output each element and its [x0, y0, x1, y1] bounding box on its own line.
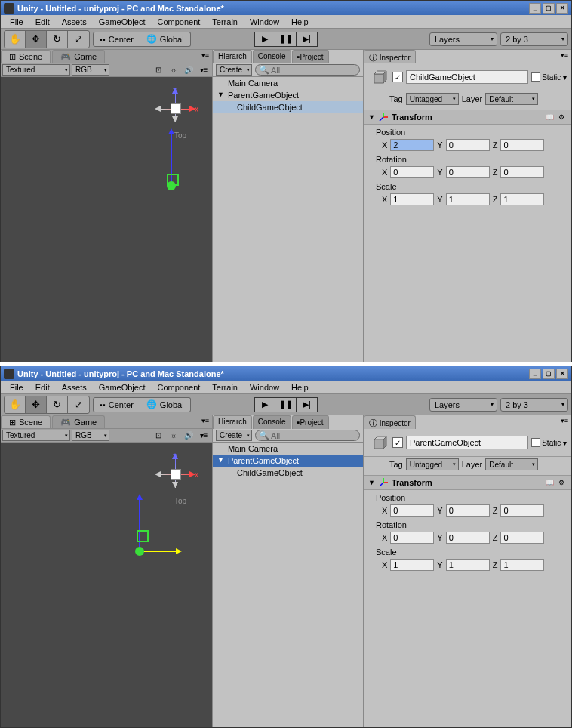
render-mode-dropdown[interactable]: RGB [72, 64, 109, 76]
tab-game[interactable]: 🎮 Game [52, 415, 105, 428]
position-y-input[interactable] [446, 139, 490, 151]
component-toggle-icon[interactable]: ▼ [368, 479, 375, 486]
rotation-x-input[interactable] [390, 166, 434, 178]
gear-icon[interactable]: ⚙ [556, 112, 567, 122]
close-button[interactable]: ✕ [556, 369, 568, 379]
audio-icon[interactable]: 🔊 [182, 430, 195, 441]
layers-dropdown[interactable]: Layers [429, 398, 497, 412]
draw-mode-dropdown[interactable]: Textured [2, 430, 70, 441]
tab-inspector[interactable]: ⓘ Inspector [364, 50, 416, 63]
hierarchy-item[interactable]: ChildGameObject [213, 467, 363, 479]
x-axis-arrow[interactable] [140, 551, 177, 552]
position-x-input[interactable] [390, 139, 434, 151]
menu-file[interactable]: File [4, 381, 29, 393]
rotation-x-input[interactable] [390, 532, 434, 544]
light-icon[interactable]: ☼ [167, 430, 180, 441]
active-checkbox[interactable]: ✓ [392, 72, 403, 82]
hierarchy-item[interactable]: ChildGameObject [213, 101, 363, 113]
menu-gameobject[interactable]: GameObject [93, 16, 152, 28]
maximize-button[interactable]: ▢ [543, 369, 555, 379]
pause-button[interactable]: ❚❚ [275, 32, 297, 47]
render-mode-dropdown[interactable]: RGB [72, 430, 109, 441]
tab-scene[interactable]: ⊞ Scene [1, 415, 51, 428]
scale-y-input[interactable] [446, 559, 490, 571]
tab-console[interactable]: Console [253, 415, 291, 429]
menu-component[interactable]: Component [151, 16, 206, 28]
move-handle[interactable] [167, 181, 176, 190]
position-z-input[interactable] [500, 139, 544, 151]
menu-edit[interactable]: Edit [29, 16, 56, 28]
tab-scene[interactable]: ⊞ Scene [1, 50, 51, 63]
play-button[interactable]: ▶ [254, 32, 275, 47]
tab-options-icon[interactable]: ▾≡ [198, 50, 212, 63]
hierarchy-item[interactable]: Main Camera [213, 443, 363, 455]
orientation-gizmo[interactable]: z x [152, 450, 197, 495]
position-z-input[interactable] [500, 504, 544, 517]
play-button[interactable]: ▶ [254, 397, 275, 412]
layers-dropdown[interactable]: Layers [429, 32, 497, 46]
step-button[interactable]: ▶| [297, 32, 318, 47]
move-tool[interactable]: ✥ [26, 396, 47, 413]
menu-window[interactable]: Window [244, 16, 285, 28]
position-y-input[interactable] [446, 504, 490, 517]
hierarchy-item[interactable]: ▼ParentGameObject [213, 89, 363, 101]
light-icon[interactable]: ☼ [167, 64, 180, 76]
object-name-input[interactable] [406, 70, 528, 84]
object-name-input[interactable] [406, 436, 528, 449]
tab-project[interactable]: ▪Project [292, 415, 329, 429]
tab-inspector[interactable]: ⓘ Inspector [364, 415, 416, 429]
lock-icon[interactable]: ▾≡ [558, 50, 571, 63]
move-tool[interactable]: ✥ [26, 31, 47, 48]
create-dropdown[interactable]: Create [216, 430, 252, 441]
scale-tool[interactable]: ⤢ [68, 31, 89, 48]
tag-dropdown[interactable]: Untagged [406, 93, 459, 105]
maximize-button[interactable]: ▢ [543, 3, 555, 14]
rotation-y-input[interactable] [446, 166, 490, 178]
static-toggle[interactable]: Static ▾ [531, 438, 567, 447]
minimize-button[interactable]: _ [529, 369, 541, 379]
2d-icon[interactable]: ⊡ [152, 430, 165, 441]
audio-icon[interactable]: 🔊 [182, 64, 195, 76]
create-dropdown[interactable]: Create [216, 64, 252, 76]
rotate-tool[interactable]: ↻ [47, 396, 68, 413]
scale-y-input[interactable] [446, 193, 490, 205]
minimize-button[interactable]: _ [529, 3, 541, 14]
scale-z-input[interactable] [500, 193, 544, 205]
hand-tool[interactable]: ✋ [5, 396, 26, 413]
scale-tool[interactable]: ⤢ [68, 396, 89, 413]
layer-dropdown[interactable]: Default [485, 93, 538, 105]
move-handle[interactable] [135, 547, 144, 556]
hierarchy-item[interactable]: Main Camera [213, 77, 363, 89]
menu-help[interactable]: Help [285, 16, 315, 28]
menu-gameobject[interactable]: GameObject [93, 381, 152, 393]
rotation-y-input[interactable] [446, 532, 490, 544]
menu-help[interactable]: Help [285, 381, 315, 393]
global-space-button[interactable]: 🌐 Global [140, 397, 191, 412]
menu-assets[interactable]: Assets [56, 381, 93, 393]
tab-game[interactable]: 🎮 Game [52, 50, 105, 63]
component-toggle-icon[interactable]: ▼ [368, 113, 375, 121]
layout-dropdown[interactable]: 2 by 3 [500, 32, 568, 46]
hierarchy-item[interactable]: ▼ParentGameObject [213, 455, 363, 467]
tab-console[interactable]: Console [253, 50, 291, 63]
transform-component-header[interactable]: ▼ Transform 📖 ⚙ [364, 476, 571, 490]
tab-project[interactable]: ▪Project [292, 50, 329, 63]
pause-button[interactable]: ❚❚ [275, 397, 297, 412]
hierarchy-search[interactable]: 🔍All [255, 64, 360, 76]
help-icon[interactable]: 📖 [544, 477, 555, 488]
tab-hierarchy[interactable]: Hierarch [213, 50, 252, 63]
scale-z-input[interactable] [500, 559, 544, 571]
center-pivot-button[interactable]: ▪▪ Center [93, 32, 140, 47]
expander-icon[interactable]: ▼ [217, 91, 224, 98]
fx-icon[interactable]: ▾≡ [197, 64, 211, 76]
expander-icon[interactable]: ▼ [217, 456, 224, 464]
close-button[interactable]: ✕ [556, 3, 568, 14]
scale-x-input[interactable] [390, 193, 434, 205]
layer-dropdown[interactable]: Default [485, 458, 538, 470]
menu-assets[interactable]: Assets [56, 16, 93, 28]
scene-view[interactable]: z x Top [1, 443, 212, 727]
2d-icon[interactable]: ⊡ [152, 64, 165, 76]
orientation-gizmo[interactable]: z x [152, 85, 197, 130]
position-x-input[interactable] [390, 504, 434, 517]
help-icon[interactable]: 📖 [544, 112, 555, 122]
